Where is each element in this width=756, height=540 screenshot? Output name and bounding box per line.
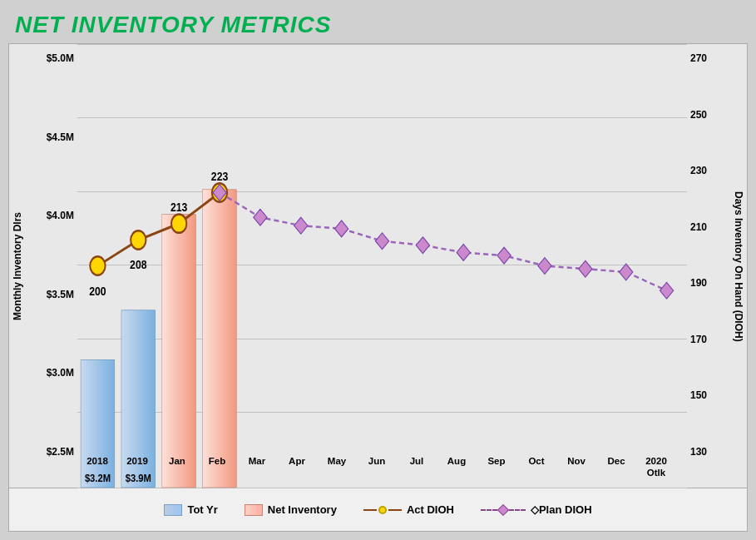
svg-text:213: 213 [170, 201, 188, 214]
act-dot-jan [171, 215, 186, 233]
chart-inner: $3.2M $3.9M [77, 44, 687, 488]
legend: Tot Yr Net Inventory Act DIOH [9, 488, 747, 531]
legend-plan-diamond [497, 503, 509, 515]
bar-feb [203, 190, 237, 488]
plan-diamond-mar [254, 209, 267, 225]
legend-net-inventory-icon [245, 504, 263, 516]
x-label-may: May [317, 456, 357, 488]
y-axis-right-label: Days Inventory On Hand (DIOH) [733, 191, 744, 341]
x-label-jan: Jan [157, 456, 197, 488]
x-label-feb: Feb [197, 456, 237, 488]
plan-diamond-nov [579, 260, 592, 277]
x-label-2018: 2018 [77, 456, 117, 488]
x-label-2019: 2019 [117, 456, 157, 488]
chart-svg: $3.2M $3.9M [77, 44, 687, 488]
x-label-oct: Oct [516, 456, 556, 488]
plan-dioh-line [220, 192, 667, 290]
y-tick-left-1: $5.0M [47, 52, 74, 64]
y-axis-left-label-container: Monthly Inventory Dlrs [9, 44, 26, 488]
x-label-mar: Mar [237, 456, 277, 488]
plan-diamond-jun [375, 233, 388, 250]
plan-diamond-may [334, 220, 348, 237]
legend-act-circle [378, 506, 387, 514]
y-tick-right-8: 130 [690, 446, 707, 458]
legend-plan-dioh-icon [481, 506, 526, 514]
y-axis-right-label-container: Days Inventory On Hand (DIOH) [730, 44, 747, 488]
y-tick-left-5: $3.0M [47, 367, 74, 379]
legend-plan-dioh: ◇Plan DIOH [481, 503, 592, 516]
y-axis-left: $5.0M $4.5M $4.0M $3.5M $3.0M $2.5M [26, 44, 77, 488]
legend-tot-yr-label: Tot Yr [187, 503, 217, 516]
y-axis-left-label: Monthly Inventory Dlrs [12, 200, 23, 333]
y-tick-right-2: 250 [690, 109, 707, 121]
y-tick-right-1: 270 [690, 52, 707, 64]
y-tick-right-6: 170 [690, 334, 707, 345]
plan-diamond-aug [457, 244, 470, 260]
x-label-dec: Dec [596, 456, 636, 488]
svg-text:200: 200 [89, 285, 106, 298]
y-tick-right-4: 210 [690, 221, 707, 233]
legend-plan-dashed-2 [509, 509, 526, 511]
x-label-sep: Sep [477, 456, 516, 488]
x-label-nov: Nov [556, 456, 596, 488]
y-tick-right-3: 230 [690, 165, 707, 176]
plan-diamond-apr [294, 217, 308, 234]
page-title: NET INVENTORY METRICS [8, 8, 748, 43]
y-axis-right: 270 250 230 210 190 170 150 130 [687, 44, 730, 488]
legend-act-dioh-label: Act DIOH [407, 503, 454, 516]
y-tick-left-6: $2.5M [47, 446, 74, 458]
plan-diamond-jul [416, 237, 429, 254]
legend-net-inventory: Net Inventory [245, 503, 337, 516]
y-tick-right-7: 150 [690, 389, 707, 401]
x-label-jun: Jun [357, 456, 397, 488]
plan-diamond-2020otlk [660, 282, 673, 299]
x-label-jul: Jul [397, 456, 437, 488]
x-label-apr: Apr [277, 456, 317, 488]
plan-diamond-sep [497, 247, 511, 264]
svg-text:223: 223 [211, 170, 229, 183]
chart-body: Monthly Inventory Dlrs $5.0M $4.5M $4.0M… [9, 44, 747, 488]
y-tick-left-4: $3.5M [47, 289, 74, 300]
grid-area: $3.2M $3.9M [77, 44, 687, 488]
y-tick-right-5: 190 [690, 277, 707, 289]
svg-text:208: 208 [130, 258, 147, 271]
x-axis-row: 2018 2019 Jan Feb Mar Apr May Jun Jul Au… [77, 456, 687, 488]
plan-diamond-oct [538, 258, 551, 275]
chart-area: Monthly Inventory Dlrs $5.0M $4.5M $4.0M… [8, 43, 748, 532]
page-container: NET INVENTORY METRICS Monthly Inventory … [0, 0, 756, 540]
legend-act-dioh-icon [363, 506, 402, 514]
y-tick-left-2: $4.5M [47, 131, 74, 143]
legend-plan-dioh-label: ◇Plan DIOH [531, 503, 592, 516]
legend-act-dioh: Act DIOH [363, 503, 454, 516]
legend-tot-yr: Tot Yr [164, 503, 217, 516]
legend-net-inventory-label: Net Inventory [268, 503, 337, 516]
act-dot-2018 [90, 256, 105, 275]
act-dot-2019 [131, 230, 146, 249]
legend-tot-yr-icon [164, 504, 182, 516]
bar-jan [162, 215, 196, 488]
y-tick-left-3: $4.0M [47, 210, 74, 221]
x-label-2020otlk: 2020Otlk [636, 456, 676, 488]
legend-plan-dashed-1 [481, 509, 497, 511]
x-label-aug: Aug [437, 456, 477, 488]
plan-diamond-dec [620, 264, 633, 280]
